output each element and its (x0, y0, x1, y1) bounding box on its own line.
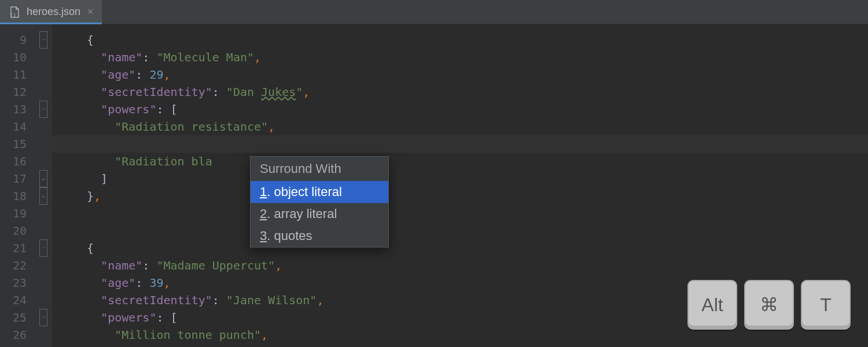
popup-item-hotkey: 3 (260, 228, 267, 243)
popup-item[interactable]: 3. quotes (251, 225, 388, 247)
line-number: 11 (0, 66, 35, 83)
code-line[interactable]: "Radiation bla (52, 153, 868, 170)
popup-item-hotkey: 2 (260, 206, 267, 221)
code-line[interactable] (52, 222, 868, 239)
fold-open-icon[interactable]: − (39, 31, 47, 49)
code-line[interactable]: { (52, 31, 868, 49)
fold-open-icon[interactable]: − (39, 101, 47, 118)
popup-item-label: . quotes (267, 228, 312, 243)
fold-cell: − (35, 309, 52, 326)
surround-with-popup: Surround With 1. object literal2. array … (250, 156, 389, 248)
line-number: 9 (0, 31, 35, 49)
code-line[interactable]: ] (52, 170, 868, 187)
fold-cell (35, 83, 52, 101)
line-number: 25 (0, 309, 35, 326)
fold-cell (35, 291, 52, 309)
svg-text:{}: {} (10, 13, 16, 19)
fold-cell (35, 205, 52, 222)
fold-cell: ▴ (35, 187, 52, 205)
line-number: 15 (0, 135, 35, 153)
tab-bar: {} heroes.json × (0, 0, 868, 24)
fold-close-icon[interactable]: ▴ (39, 170, 47, 187)
line-number: 20 (0, 222, 35, 239)
fold-cell (35, 66, 52, 83)
code-line[interactable]: { (52, 239, 868, 257)
json-file-icon: {} (8, 6, 21, 19)
fold-cell: ▴ (35, 170, 52, 187)
line-number: 23 (0, 274, 35, 291)
line-number: 13 (0, 101, 35, 118)
popup-item-label: . object literal (267, 184, 342, 199)
code-line[interactable]: "name": "Madame Uppercut", (52, 257, 868, 274)
line-number: 14 (0, 118, 35, 135)
shortcut-hint-keycaps: Alt ⌘ T (687, 280, 851, 330)
keycap-t: T (801, 280, 851, 330)
fold-cell: − (35, 239, 52, 257)
line-number: 12 (0, 83, 35, 101)
fold-cell (35, 274, 52, 291)
gutter-fold-column: −−▴▴−− (35, 24, 52, 347)
popup-item[interactable]: 2. array literal (251, 203, 388, 225)
popup-title: Surround With (251, 157, 388, 181)
close-tab-icon[interactable]: × (87, 6, 94, 18)
popup-item[interactable]: 1. object literal (251, 181, 388, 203)
fold-open-icon[interactable]: − (39, 309, 47, 326)
fold-cell: − (35, 101, 52, 118)
fold-cell (35, 135, 52, 153)
line-number: 26 (0, 326, 35, 344)
fold-open-icon[interactable]: − (39, 239, 47, 257)
line-number: 10 (0, 49, 35, 66)
code-line[interactable]: }, (52, 187, 868, 205)
code-line[interactable] (52, 205, 868, 222)
line-number: 16 (0, 153, 35, 170)
code-line[interactable]: "age": 29, (52, 66, 868, 83)
popup-item-hotkey: 1 (260, 184, 267, 199)
gutter-line-numbers: 91011121314151617181920212223242526 (0, 24, 35, 347)
fold-close-icon[interactable]: ▴ (39, 187, 47, 205)
line-number: 18 (0, 187, 35, 205)
keycap-cmd: ⌘ (744, 280, 794, 330)
line-number: 19 (0, 205, 35, 222)
line-number: 17 (0, 170, 35, 187)
code-line[interactable]: "name": "Molecule Man", (52, 49, 868, 66)
fold-cell (35, 49, 52, 66)
code-line[interactable]: "secretIdentity": "Dan Jukes", (52, 83, 868, 101)
fold-cell (35, 118, 52, 135)
line-number: 24 (0, 291, 35, 309)
code-line[interactable]: "Radiation resistance", (52, 118, 868, 135)
fold-cell (35, 257, 52, 274)
fold-cell (35, 153, 52, 170)
editor-tab[interactable]: {} heroes.json × (0, 0, 102, 24)
keycap-alt: Alt (687, 280, 737, 330)
fold-cell: − (35, 31, 52, 49)
code-line[interactable]: "powers": [ (52, 101, 868, 118)
fold-cell (35, 222, 52, 239)
popup-item-label: . array literal (267, 206, 337, 221)
fold-cell (35, 326, 52, 344)
tab-filename: heroes.json (27, 6, 80, 18)
current-line-highlight (52, 135, 868, 153)
line-number: 22 (0, 257, 35, 274)
line-number: 21 (0, 239, 35, 257)
